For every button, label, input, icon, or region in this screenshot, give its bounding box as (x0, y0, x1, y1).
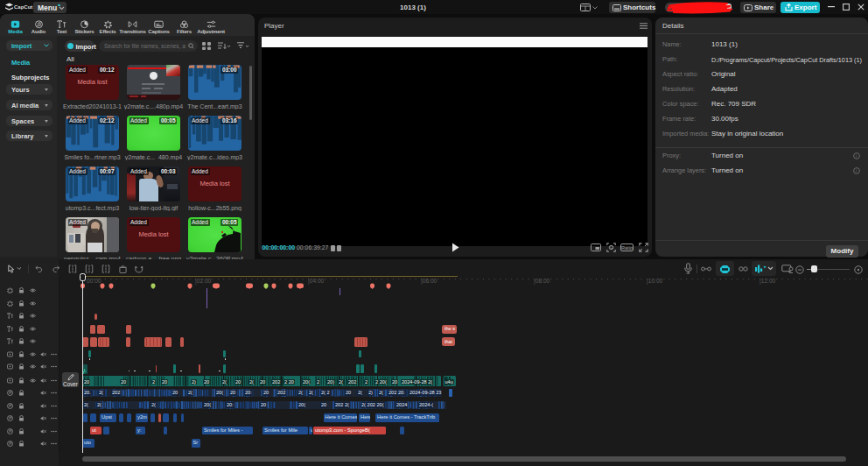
svg-text:i: i (856, 153, 857, 159)
svg-text:Q: Q (610, 245, 613, 250)
svg-text:i: i (856, 168, 857, 173)
